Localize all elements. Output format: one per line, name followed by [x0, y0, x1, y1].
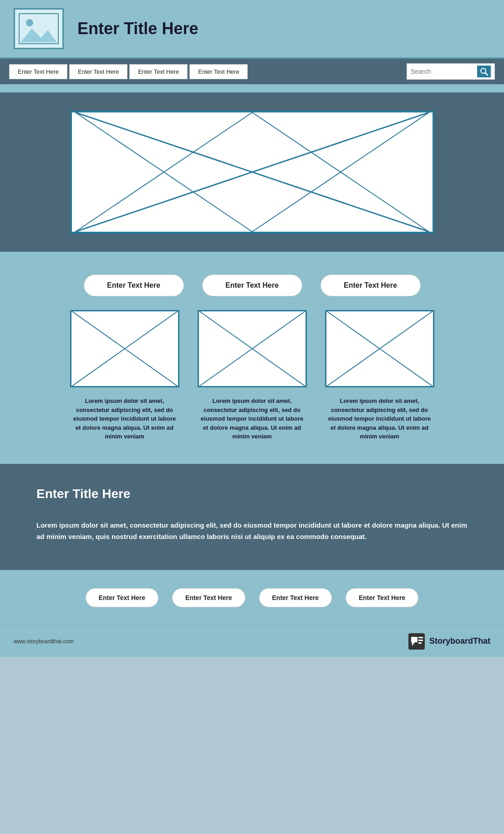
- cards-section: Enter Text Here Enter Text Here Enter Te…: [0, 252, 504, 464]
- svg-rect-23: [418, 637, 423, 638]
- footer-nav-item-2[interactable]: Enter Text Here: [172, 588, 245, 607]
- page-title: Enter Title Here: [77, 19, 198, 38]
- cards-text-row: Lorem ipsum dolor sit amet, consectetur …: [32, 397, 472, 441]
- header-logo: [14, 8, 64, 49]
- footer-nav-item-4[interactable]: Enter Text Here: [346, 588, 418, 607]
- footer-brand-name: StoryboardThat: [429, 636, 490, 646]
- nav-item-3[interactable]: Enter Text Here: [129, 64, 188, 79]
- footer-nav: Enter Text Here Enter Text Here Enter Te…: [0, 570, 504, 626]
- navbar: Enter Text Here Enter Text Here Enter Te…: [0, 59, 504, 84]
- footer-nav-item-3[interactable]: Enter Text Here: [259, 588, 332, 607]
- card-placeholder-svg-2: [199, 311, 305, 386]
- card-placeholder-svg-1: [71, 311, 178, 386]
- svg-point-1: [26, 19, 33, 26]
- footer-bottom: www.storyboardthat.com StoryboardThat: [0, 626, 504, 657]
- search-button[interactable]: [477, 66, 491, 77]
- search-input[interactable]: [411, 68, 474, 75]
- card-label-btn-2[interactable]: Enter Text Here: [202, 275, 302, 296]
- card-image-1: [70, 310, 179, 387]
- card-text-3: Lorem ipsum dolor sit amet, consectetur …: [325, 397, 434, 441]
- svg-line-4: [485, 73, 488, 75]
- nav-item-4[interactable]: Enter Text Here: [189, 64, 248, 79]
- search-container: [407, 63, 495, 80]
- card-text-2: Lorem ipsum dolor sit amet, consectetur …: [198, 397, 307, 441]
- svg-rect-24: [418, 640, 423, 641]
- dark-section-title: Enter Title Here: [36, 487, 468, 501]
- hero-placeholder-svg: [72, 112, 433, 232]
- header: Enter Title Here: [0, 0, 504, 59]
- logo-image-icon: [18, 13, 59, 45]
- card-image-2: [198, 310, 307, 387]
- svg-rect-25: [418, 642, 422, 644]
- footer-url: www.storyboardthat.com: [14, 638, 73, 645]
- storyboardthat-icon: [408, 633, 425, 650]
- footer-nav-item-1[interactable]: Enter Text Here: [86, 588, 158, 607]
- card-text-1: Lorem ipsum dolor sit amet, consectetur …: [70, 397, 179, 441]
- hero-image-placeholder: [70, 111, 434, 234]
- cards-labels-row: Enter Text Here Enter Text Here Enter Te…: [32, 275, 472, 296]
- dark-section: Enter Title Here Lorem ipsum dolor sit a…: [0, 464, 504, 570]
- card-placeholder-svg-3: [326, 311, 433, 386]
- search-icon: [480, 67, 488, 76]
- card-label-btn-1[interactable]: Enter Text Here: [84, 275, 184, 296]
- nav-item-2[interactable]: Enter Text Here: [69, 64, 127, 79]
- accent-strip: [0, 84, 504, 92]
- cards-images-row: [32, 310, 472, 387]
- dark-section-body: Lorem ipsum dolor sit amet, consectetur …: [36, 519, 468, 543]
- footer-brand: StoryboardThat: [408, 633, 490, 650]
- card-label-btn-3[interactable]: Enter Text Here: [321, 275, 421, 296]
- nav-item-1[interactable]: Enter Text Here: [9, 64, 67, 79]
- card-image-3: [325, 310, 434, 387]
- hero-section: [0, 92, 504, 252]
